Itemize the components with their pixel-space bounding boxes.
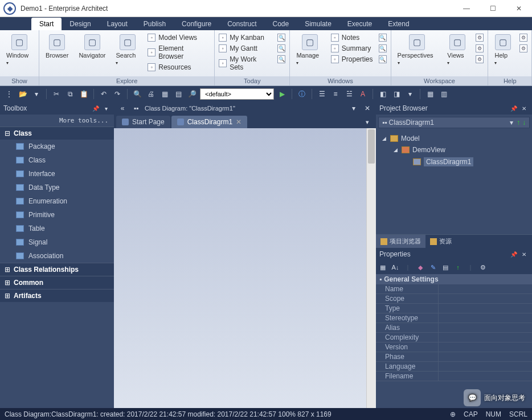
my-kanban-button[interactable]: ▫My Kanban (218, 33, 273, 42)
tool-d[interactable]: ◨ (391, 88, 402, 100)
window-button[interactable]: ▢Window ▾ (3, 32, 36, 68)
open-button[interactable]: 📂 (17, 88, 28, 100)
project-tab[interactable]: 资源 (425, 235, 456, 248)
browser-button[interactable]: ▢Browser (42, 32, 72, 61)
toolbox-section-artifacts[interactable]: ⊞Artifacts (0, 289, 114, 302)
manage-button[interactable]: ▢Manage ▾ (293, 32, 326, 68)
summary-button[interactable]: ▫Summary (330, 44, 374, 53)
more-tools-link[interactable]: More tools... (0, 115, 114, 127)
property-row-name[interactable]: Name (376, 284, 532, 294)
find-button[interactable]: 🔎 (186, 88, 198, 100)
ribbon-tab-construct[interactable]: Construct (219, 18, 264, 30)
paste-button[interactable]: 📋 (78, 88, 89, 100)
panel-close-icon[interactable]: ✕ (519, 104, 529, 113)
toolbox-item-class[interactable]: Class (0, 153, 114, 167)
my-work-sets-button[interactable]: ▫My Work Sets (218, 55, 273, 72)
ribbon-tab-code[interactable]: Code (264, 18, 297, 30)
extra-icon[interactable]: ⚙ (474, 44, 485, 53)
redo-button[interactable]: ↷ (112, 88, 123, 100)
ribbon-tab-layout[interactable]: Layout (99, 18, 136, 30)
tab-close-icon[interactable]: ✕ (236, 118, 242, 126)
align-left-button[interactable]: ☰ (316, 88, 328, 100)
toolbox-item-interface[interactable]: Interface (0, 167, 114, 181)
copy-button[interactable]: ⧉ (64, 88, 76, 100)
ribbon-tab-simulate[interactable]: Simulate (297, 18, 339, 30)
notes-button[interactable]: ▫Notes (330, 33, 374, 42)
expand-icon[interactable]: ◢ (380, 136, 387, 141)
my-gantt-button[interactable]: ▫My Gantt (218, 44, 273, 53)
tab-overflow-button[interactable]: ▾ (360, 116, 375, 128)
zoom-button[interactable]: 🔍 (132, 88, 143, 100)
doc-tab-classdiragrm1[interactable]: ClassDiragrm1✕ (171, 116, 247, 128)
prop-tool-b[interactable]: A↓ (391, 263, 400, 272)
ribbon-tab-publish[interactable]: Publish (136, 18, 174, 30)
align-center-button[interactable]: ≡ (330, 88, 341, 100)
help-icon[interactable]: ⓘ (296, 88, 308, 100)
resources-button[interactable]: ▫Resources (146, 63, 211, 72)
prop-tool-d[interactable]: ✎ (428, 263, 437, 272)
diagram-canvas[interactable] (114, 128, 366, 411)
dropdown-icon[interactable]: ▾ (31, 88, 42, 100)
pin-icon[interactable]: 📌 (509, 104, 518, 113)
toolbox-section-common[interactable]: ⊞Common (0, 276, 114, 289)
toolbox-item-package[interactable]: Package (0, 140, 114, 153)
property-row-complexity[interactable]: Complexity (376, 333, 532, 342)
ribbon-tab-execute[interactable]: Execute (339, 18, 380, 30)
pin-icon[interactable]: 📌 (91, 104, 100, 113)
navigator-button[interactable]: ▢Navigator (75, 32, 109, 61)
properties-button[interactable]: ▫Properties (330, 55, 374, 64)
prop-tool-a[interactable]: ▦ (378, 263, 387, 272)
properties-group-header[interactable]: ▪ General Settings (376, 274, 532, 284)
toolbox-section-class-relationships[interactable]: ⊞Class Relationships (0, 263, 114, 276)
project-tab[interactable]: 项目浏览器 (376, 235, 425, 248)
minimize-button[interactable]: ― (453, 0, 480, 17)
property-row-version[interactable]: Version (376, 342, 532, 352)
cut-button[interactable]: ✂ (51, 88, 62, 100)
close-button[interactable]: ✕ (506, 0, 532, 17)
project-breadcrumb[interactable]: ▪▪ ClassDiragrm1 ▾ ↑ ↓ (378, 117, 530, 128)
extra-icon[interactable]: ⚙ (518, 44, 529, 53)
tree-node-model[interactable]: ◢Model (377, 133, 531, 144)
property-row-alias[interactable]: Alias (376, 323, 532, 333)
ribbon-tab-extend[interactable]: Extend (380, 18, 417, 30)
tree-node-demoview[interactable]: ◢DemoView (377, 144, 531, 156)
ribbon-tab-start[interactable]: Start (31, 18, 62, 30)
search-icon[interactable]: 🔍 (276, 55, 287, 64)
doc-menu-button[interactable]: ▾ (349, 103, 359, 113)
property-row-stereotype[interactable]: Stereotype (376, 313, 532, 323)
prop-tool-e[interactable]: ▤ (441, 263, 450, 272)
tool-b[interactable]: ▤ (173, 88, 184, 100)
search-icon[interactable]: 🔍 (378, 44, 388, 53)
views-button[interactable]: ▢Views ▾ (444, 32, 471, 68)
property-row-scope[interactable]: Scope (376, 294, 532, 304)
property-row-phase[interactable]: Phase (376, 352, 532, 362)
prop-tool-f[interactable]: ↑ (453, 263, 463, 272)
doc-close-button[interactable]: ✕ (362, 103, 373, 113)
toolbox-section-class[interactable]: ⊟Class (0, 127, 114, 140)
nav-back-button[interactable]: « (117, 103, 128, 113)
toolbox-item-table[interactable]: Table (0, 222, 114, 235)
search-icon[interactable]: 🔍 (378, 33, 388, 42)
property-row-type[interactable]: Type (376, 304, 532, 313)
help-button[interactable]: ▢Help ▾ (491, 32, 515, 68)
font-button[interactable]: A (357, 88, 369, 100)
prop-tool-g[interactable]: ⚙ (478, 263, 488, 272)
toolbox-item-primitive[interactable]: Primitive (0, 208, 114, 222)
align-right-button[interactable]: ☱ (343, 88, 355, 100)
perspectives-button[interactable]: ▢Perspectives ▾ (394, 32, 441, 68)
toolbox-item-data-type[interactable]: Data Type (0, 181, 114, 194)
property-row-filename[interactable]: Filename (376, 372, 532, 381)
vertical-scrollbar[interactable] (366, 128, 376, 411)
panel-close-icon[interactable]: ✕ (519, 250, 529, 259)
layout-b-button[interactable]: ▥ (438, 88, 449, 100)
tool-e[interactable]: ▾ (404, 88, 416, 100)
status-record-icon[interactable]: ⊕ (450, 410, 456, 418)
search-icon[interactable]: 🔍 (276, 44, 287, 53)
down-arrow-icon[interactable]: ↓ (522, 119, 526, 127)
tool-a[interactable]: ▦ (159, 88, 170, 100)
extra-icon[interactable]: ⚙ (474, 33, 485, 42)
ribbon-tab-design[interactable]: Design (62, 18, 99, 30)
search-button[interactable]: ▢Search ▾ (112, 32, 143, 68)
up-arrow-icon[interactable]: ↑ (517, 119, 520, 127)
extra-icon[interactable]: ⚙ (518, 33, 529, 42)
